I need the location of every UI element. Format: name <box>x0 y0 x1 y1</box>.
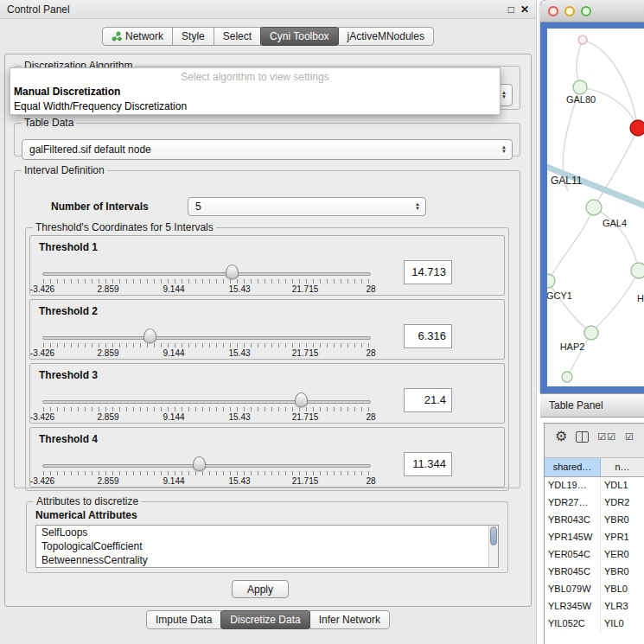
node-label-gal80: GAL80 <box>566 94 596 105</box>
tab-select[interactable]: Select <box>214 27 261 46</box>
table-row[interactable]: YBL079WYBL0 <box>545 581 644 598</box>
list-item[interactable]: SelfLoops <box>36 526 498 539</box>
node-label-partial: H <box>637 293 644 303</box>
control-panel-title: Control Panel <box>7 3 70 16</box>
table-row[interactable]: YBR043CYBR0 <box>545 512 644 529</box>
threshold-1-slider[interactable]: -3.4262.8599.14415.4321.71528 <box>42 253 371 293</box>
node-label-hap2: HAP2 <box>560 341 585 352</box>
network-node-gal4[interactable] <box>586 200 602 215</box>
gear-icon[interactable]: ⚙ <box>555 429 567 444</box>
node-label-gal4: GAL4 <box>603 218 627 228</box>
popup-placeholder-text: Select algorithm to view settings <box>10 68 500 85</box>
network-node-selected-red[interactable] <box>630 120 644 136</box>
apply-button[interactable]: Apply <box>232 580 289 598</box>
threshold-1-value-field[interactable]: 14.713 <box>404 260 452 284</box>
tab-label: Infer Network <box>319 614 380 626</box>
tab-infer-network[interactable]: Infer Network <box>309 610 390 629</box>
threshold-3-slider-thumb[interactable] <box>295 392 308 407</box>
zoom-traffic-light-icon[interactable] <box>581 6 591 16</box>
scrollbar-thumb[interactable] <box>490 526 497 545</box>
table-row[interactable]: YDL19…YDL1 <box>545 477 644 494</box>
list-scrollbar[interactable] <box>488 526 498 567</box>
numerical-attributes-label: Numerical Attributes <box>35 509 507 521</box>
tab-style[interactable]: Style <box>172 27 214 46</box>
table-row[interactable]: YPR145WYPR1 <box>545 529 644 546</box>
float-window-icon[interactable]: □ <box>508 3 514 16</box>
table-row[interactable]: YBR045CYBR0 <box>545 564 644 581</box>
network-node-gcy1[interactable] <box>547 274 555 288</box>
threshold-4-slider[interactable]: -3.4262.8599.14415.4321.71528 <box>42 445 371 485</box>
table-row[interactable]: YER054CYER0 <box>545 546 644 564</box>
table-data-combobox[interactable]: galFiltered.sif default node ▲▼ <box>22 139 513 160</box>
network-node-gal80[interactable] <box>573 80 587 94</box>
select-all-checkboxes-icon[interactable]: ☑☑ <box>597 429 616 444</box>
numerical-attributes-list[interactable]: SelfLoops TopologicalCoefficient Between… <box>35 525 499 568</box>
network-node-hap2[interactable] <box>584 326 598 340</box>
node-label-gal11: GAL11 <box>551 175 583 187</box>
slider-tick-marks <box>43 407 370 411</box>
column-header-shared-name[interactable]: shared… <box>545 458 601 476</box>
threshold-4-label: Threshold 4 <box>30 428 504 445</box>
combo-arrows-icon: ▲▼ <box>501 91 507 99</box>
select-checkbox-icon[interactable]: ☑ <box>625 429 634 444</box>
tab-impute-data[interactable]: Impute Data <box>146 610 221 629</box>
minimize-traffic-light-icon[interactable] <box>564 6 575 16</box>
table-panel-title: Table Panel <box>549 399 603 411</box>
slider-track <box>42 464 371 468</box>
table-row[interactable]: YIL052CYIL0 <box>545 615 644 633</box>
tab-discretize-data[interactable]: Discretize Data <box>220 610 309 629</box>
attributes-to-discretize-group: Attributes to discretize Numerical Attri… <box>26 495 508 573</box>
threshold-3-slider[interactable]: -3.4262.8599.14415.4321.71528 <box>42 381 371 421</box>
threshold-4-value-field[interactable]: 11.344 <box>404 452 452 476</box>
slider-track <box>42 336 371 340</box>
slider-tick-marks <box>43 279 370 284</box>
slider-tick-marks <box>43 343 370 348</box>
threshold-3-value-field[interactable]: 21.4 <box>404 388 452 412</box>
table-rows: YDL19…YDL1 YDR27…YDR2 YBR043CYBR0 YPR145… <box>545 477 644 644</box>
threshold-4-slider-thumb[interactable] <box>193 456 206 471</box>
popup-option-equal-width-frequency[interactable]: Equal Width/Frequency Discretization <box>10 99 500 114</box>
node-label-gcy1: GCY1 <box>547 290 572 301</box>
slider-tick-labels: -3.4262.8599.14415.4321.71528 <box>42 348 371 358</box>
threshold-2-value-field[interactable]: 6.316 <box>404 324 452 348</box>
close-icon[interactable]: ✕ <box>520 3 529 16</box>
threshold-coordinates-title: Threshold's Coordinates for 5 Intervals <box>33 221 216 233</box>
control-panel: Control Panel □ ✕ Network Style Select C… <box>0 0 537 644</box>
table-data-combobox-value: galFiltered.sif default node <box>29 143 151 156</box>
slider-tick-labels: -3.4262.8599.14415.4321.71528 <box>42 284 371 294</box>
table-data-group-title: Table Data <box>22 117 76 129</box>
close-traffic-light-icon[interactable] <box>548 6 558 16</box>
popup-option-manual-discretization[interactable]: Manual Discretization <box>10 85 500 99</box>
app-root: Control Panel □ ✕ Network Style Select C… <box>0 0 644 644</box>
network-window-titlebar[interactable] <box>540 0 644 22</box>
threshold-coordinates-group: Threshold's Coordinates for 5 Intervals … <box>25 221 509 491</box>
tab-network[interactable]: Network <box>102 27 173 46</box>
column-header-name[interactable]: n… <box>601 458 644 476</box>
tab-cyni-toolbox[interactable]: Cyni Toolbox <box>260 27 338 46</box>
table-row[interactable]: YLR345WYLR3 <box>545 598 644 615</box>
tab-jactivemnodules[interactable]: jActiveMNodules <box>338 27 434 46</box>
top-tab-bar: Network Style Select Cyni Toolbox jActiv… <box>0 27 536 48</box>
slider-track <box>42 400 371 404</box>
threshold-2-panel: Threshold 2 -3.4262.8599.14415.4321.7152… <box>29 299 505 360</box>
table-row[interactable]: YDR27…YDR2 <box>545 494 644 512</box>
network-node[interactable] <box>562 372 572 382</box>
threshold-3-label: Threshold 3 <box>30 364 504 381</box>
network-node[interactable] <box>631 263 644 278</box>
threshold-2-slider-thumb[interactable] <box>143 328 156 343</box>
number-of-intervals-value: 5 <box>195 201 201 213</box>
number-of-intervals-combobox[interactable]: 5 ▲▼ <box>188 197 426 216</box>
network-node[interactable] <box>578 35 587 44</box>
columns-icon[interactable] <box>576 431 589 443</box>
network-canvas[interactable]: GAL80 GAL11 GAL4 GCY1 HAP2 H <box>547 29 644 386</box>
list-item[interactable]: BetweennessCentrality <box>36 553 498 567</box>
threshold-2-slider[interactable]: -3.4262.8599.14415.4321.71528 <box>42 317 371 357</box>
threshold-1-slider-thumb[interactable] <box>226 265 239 279</box>
table-panel-header: Table Panel <box>540 393 644 418</box>
tab-label: jActiveMNodules <box>348 30 424 42</box>
list-item[interactable]: TopologicalCoefficient <box>36 539 498 553</box>
number-of-intervals-row: Number of Intervals 5 ▲▼ <box>15 197 520 218</box>
threshold-4-panel: Threshold 4 -3.4262.8599.14415.4321.7152… <box>29 427 505 488</box>
threshold-1-panel: Threshold 1 -3.4262.8599.14415.4321.7152… <box>29 235 505 296</box>
algorithm-dropdown-popup: Select algorithm to view settings Manual… <box>10 67 501 115</box>
